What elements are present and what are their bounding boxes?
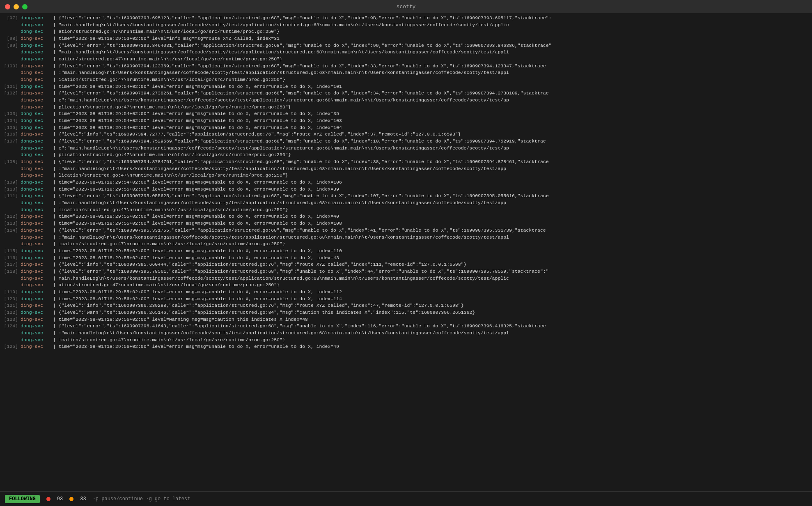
line-number [3, 97, 21, 104]
line-number [3, 28, 21, 35]
log-line: [103]dong-svc | time="2023-08-01T18:29:5… [0, 110, 812, 117]
log-content: | e":"main.handleLog\n\t/Users/konstanti… [50, 97, 809, 104]
window-controls[interactable] [5, 4, 28, 9]
log-content: | {"level":"error","ts":1690907395.33175… [50, 227, 809, 234]
service-name: dong-svc [21, 56, 50, 63]
log-content: | {"level":"error","ts":1690907395.78561… [50, 268, 809, 275]
log-content: | ation/structred.go:47\nruntime.main\n\… [50, 28, 809, 35]
log-line: [105]dong-svc | time="2023-08-01T18:29:5… [0, 124, 812, 131]
log-line: dong-svc | plication/structred.go:47\nru… [0, 152, 812, 159]
service-name: ding-svc [21, 69, 50, 76]
log-content: | "main.handleLog\n\t/Users/konstantinga… [50, 49, 809, 56]
line-number [3, 104, 21, 111]
service-name: ding-svc [21, 172, 50, 179]
maximize-button[interactable] [22, 4, 28, 9]
log-line: ding-svc | :"main.handleLog\n\t/Users/ko… [0, 69, 812, 76]
line-number: [97] [3, 15, 21, 22]
service-name: ding-svc [21, 261, 50, 268]
service-name: dong-svc [21, 49, 50, 56]
log-content: | {"level":"error","ts":1690907393.69512… [50, 15, 809, 22]
line-number [3, 22, 21, 29]
log-line: [118]ding-svc | {"level":"error","ts":16… [0, 268, 812, 275]
close-button[interactable] [5, 4, 10, 9]
log-content: | ication/structred.go:47\nruntime.main\… [50, 337, 809, 344]
log-content: | time="2023-08-01T18:29:54+02:00" level… [50, 124, 809, 131]
service-name: dong-svc [21, 193, 50, 200]
service-name: ding-svc [21, 316, 50, 323]
service-name: ding-svc [21, 131, 50, 138]
line-number: [107] [3, 138, 21, 145]
service-name: ding-svc [21, 241, 50, 248]
service-name: dong-svc [21, 179, 50, 186]
service-name: ding-svc [21, 63, 50, 70]
log-content: | :"main.handleLog\n\t/Users/konstanting… [50, 200, 809, 207]
log-content: | "main.handleLog\n\t/Users/konstantinga… [50, 22, 809, 29]
log-line: [113]ding-svc | time="2023-08-01T18:29:5… [0, 220, 812, 227]
log-content: | time="2023-08-01T18:29:56+02:00" level… [50, 343, 809, 350]
service-name: ding-svc [21, 227, 50, 234]
log-line: dong-svc | :"main.handleLog\n\t/Users/ko… [0, 330, 812, 337]
log-content: | time="2023-08-01T18:29:54+02:00" level… [50, 179, 809, 186]
line-number: [98] [3, 35, 21, 42]
line-number [3, 275, 21, 282]
log-content: | {"level":"error","ts":1690907394.87847… [50, 159, 809, 166]
line-number [3, 200, 21, 207]
service-name: dong-svc [21, 296, 50, 303]
line-number: [101] [3, 83, 21, 90]
log-line: [102]ding-svc | {"level":"error","ts":16… [0, 90, 812, 97]
log-line: [107]dong-svc | {"level":"error","ts":16… [0, 138, 812, 145]
log-line: dong-svc | "main.handleLog\n\t/Users/kon… [0, 49, 812, 56]
service-name: ding-svc [21, 104, 50, 111]
log-content: | ication/structred.go:47\nruntime.main\… [50, 241, 809, 248]
service-name: dong-svc [21, 200, 50, 207]
line-number: [112] [3, 213, 21, 220]
line-number: [109] [3, 179, 21, 186]
log-content: | ication/structred.go:47\nruntime.main\… [50, 76, 809, 83]
line-number: [111] [3, 193, 21, 200]
log-content: | time="2023-08-01T18:29:55+02:00" level… [50, 289, 809, 296]
line-number: [115] [3, 248, 21, 255]
log-content: | ation/structred.go:47\nruntime.main\n\… [50, 282, 809, 289]
log-line: ding-svc | :"main.handleLog\n\t/Users/ko… [0, 166, 812, 172]
log-content: | {"level":"info","ts":1690907395.660444… [50, 261, 809, 268]
line-number: [124] [3, 323, 21, 330]
log-content: | e":"main.handleLog\n\t/Users/konstanti… [50, 145, 809, 152]
log-content: | time="2023-08-01T18:29:54+02:00" level… [50, 83, 809, 90]
service-name: ding-svc [21, 234, 50, 241]
log-line: ding-svc | ication/structred.go:47\nrunt… [0, 76, 812, 83]
log-area: [97]dong-svc | {"level":"error","ts":169… [0, 13, 812, 491]
line-number [3, 172, 21, 179]
log-line: ding-svc | plication/structred.go:47\nru… [0, 104, 812, 111]
following-badge[interactable]: FOLLOWING [5, 495, 40, 503]
service-name: dong-svc [21, 42, 50, 49]
log-line: [108]ding-svc | {"level":"error","ts":16… [0, 159, 812, 166]
line-number: [105] [3, 124, 21, 131]
minimize-button[interactable] [14, 4, 19, 9]
line-number: [113] [3, 220, 21, 227]
line-number: [114] [3, 227, 21, 234]
log-line: dong-svc | ation/structred.go:47\nruntim… [0, 28, 812, 35]
log-content: | time="2023-08-01T18:29:53+02:00" level… [50, 35, 809, 42]
line-number: [100] [3, 63, 21, 70]
log-line: [124]dong-svc | {"level":"error","ts":16… [0, 323, 812, 330]
log-line: [114]ding-svc | {"level":"error","ts":16… [0, 227, 812, 234]
service-name: ding-svc [21, 213, 50, 220]
log-content: | main.handleLog\n\t/Users/konstantingas… [50, 275, 809, 282]
service-name: dong-svc [21, 83, 50, 90]
log-line: dong-svc | :"main.handleLog\n\t/Users/ko… [0, 200, 812, 207]
log-content: | time="2023-08-01T18:29:55+02:00" level… [50, 255, 809, 262]
service-name: ding-svc [21, 275, 50, 282]
line-number: [102] [3, 90, 21, 97]
log-content: | {"level":"error","ts":1690907394.12336… [50, 63, 809, 70]
log-line: [121]ding-svc | {"level":"info","ts":169… [0, 302, 812, 309]
service-name: dong-svc [21, 110, 50, 117]
log-content: | :"main.handleLog\n\t/Users/konstanting… [50, 330, 809, 337]
log-line: [112]ding-svc | time="2023-08-01T18:29:5… [0, 213, 812, 220]
orange-count: 33 [80, 496, 86, 502]
log-content: | {"level":"info","ts":1690907394.72777,… [50, 131, 809, 138]
service-name: dong-svc [21, 255, 50, 262]
service-name: ding-svc [21, 35, 50, 42]
service-name: dong-svc [21, 145, 50, 152]
log-line: [116]dong-svc | time="2023-08-01T18:29:5… [0, 255, 812, 262]
log-line: ding-svc | ication/structred.go:47\nrunt… [0, 241, 812, 248]
